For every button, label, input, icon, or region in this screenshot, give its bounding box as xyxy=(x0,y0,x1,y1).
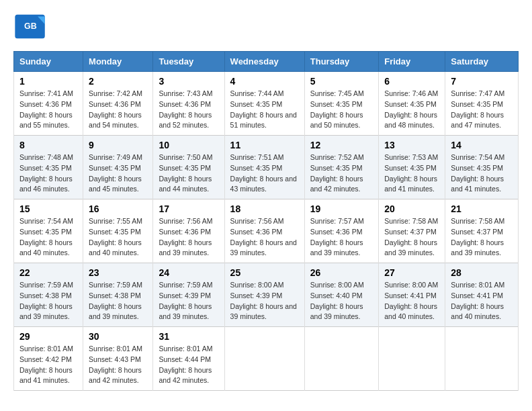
calendar-week-row: 29Sunrise: 8:01 AMSunset: 4:42 PMDayligh… xyxy=(14,327,519,391)
calendar-cell: 30Sunrise: 8:01 AMSunset: 4:43 PMDayligh… xyxy=(83,327,153,391)
calendar-cell: 10Sunrise: 7:50 AMSunset: 4:35 PMDayligh… xyxy=(153,136,224,199)
logo-icon: GB xyxy=(13,13,47,40)
logo: GB xyxy=(13,13,48,40)
calendar-week-row: 8Sunrise: 7:48 AMSunset: 4:35 PMDaylight… xyxy=(14,136,519,199)
calendar-week-row: 1Sunrise: 7:41 AMSunset: 4:36 PMDaylight… xyxy=(14,72,519,136)
day-info: Sunrise: 7:54 AMSunset: 4:35 PMDaylight:… xyxy=(451,153,504,193)
day-info: Sunrise: 7:57 AMSunset: 4:36 PMDaylight:… xyxy=(310,217,364,257)
day-info: Sunrise: 7:59 AMSunset: 4:39 PMDaylight:… xyxy=(159,281,212,320)
day-info: Sunrise: 7:58 AMSunset: 4:37 PMDaylight:… xyxy=(384,217,438,257)
calendar-cell: 28Sunrise: 8:01 AMSunset: 4:41 PMDayligh… xyxy=(445,263,519,327)
day-info: Sunrise: 7:56 AMSunset: 4:36 PMDaylight:… xyxy=(230,217,297,257)
header-saturday: Saturday xyxy=(445,52,519,72)
calendar-cell: 1Sunrise: 7:41 AMSunset: 4:36 PMDaylight… xyxy=(14,72,83,136)
day-info: Sunrise: 7:41 AMSunset: 4:36 PMDaylight:… xyxy=(19,89,73,129)
day-info: Sunrise: 7:55 AMSunset: 4:35 PMDaylight:… xyxy=(89,217,142,257)
day-number: 2 xyxy=(89,76,147,87)
day-info: Sunrise: 7:59 AMSunset: 4:38 PMDaylight:… xyxy=(19,281,73,320)
calendar-cell: 27Sunrise: 8:00 AMSunset: 4:41 PMDayligh… xyxy=(379,263,445,327)
day-number: 25 xyxy=(230,267,299,278)
calendar-cell: 11Sunrise: 7:51 AMSunset: 4:35 PMDayligh… xyxy=(224,136,304,199)
calendar-cell xyxy=(445,327,519,391)
calendar-cell: 3Sunrise: 7:43 AMSunset: 4:36 PMDaylight… xyxy=(153,72,224,136)
calendar-week-row: 15Sunrise: 7:54 AMSunset: 4:35 PMDayligh… xyxy=(14,199,519,263)
day-info: Sunrise: 7:52 AMSunset: 4:35 PMDaylight:… xyxy=(310,153,364,193)
calendar-cell: 12Sunrise: 7:52 AMSunset: 4:35 PMDayligh… xyxy=(304,136,378,199)
day-info: Sunrise: 7:50 AMSunset: 4:35 PMDaylight:… xyxy=(159,153,212,193)
day-number: 1 xyxy=(19,76,77,87)
calendar-cell: 9Sunrise: 7:49 AMSunset: 4:35 PMDaylight… xyxy=(83,136,153,199)
header-friday: Friday xyxy=(379,52,445,72)
calendar-cell: 18Sunrise: 7:56 AMSunset: 4:36 PMDayligh… xyxy=(224,199,304,263)
calendar-cell: 26Sunrise: 8:00 AMSunset: 4:40 PMDayligh… xyxy=(304,263,378,327)
calendar-cell: 20Sunrise: 7:58 AMSunset: 4:37 PMDayligh… xyxy=(379,199,445,263)
header-tuesday: Tuesday xyxy=(153,52,224,72)
calendar-cell: 16Sunrise: 7:55 AMSunset: 4:35 PMDayligh… xyxy=(83,199,153,263)
calendar-cell: 24Sunrise: 7:59 AMSunset: 4:39 PMDayligh… xyxy=(153,263,224,327)
day-number: 17 xyxy=(159,203,218,214)
day-info: Sunrise: 8:00 AMSunset: 4:39 PMDaylight:… xyxy=(230,281,297,320)
day-info: Sunrise: 7:49 AMSunset: 4:35 PMDaylight:… xyxy=(89,153,142,193)
calendar-cell: 5Sunrise: 7:45 AMSunset: 4:35 PMDaylight… xyxy=(304,72,378,136)
calendar-cell xyxy=(379,327,445,391)
day-number: 19 xyxy=(310,203,373,214)
day-number: 31 xyxy=(159,331,218,342)
calendar-cell: 7Sunrise: 7:47 AMSunset: 4:35 PMDaylight… xyxy=(445,72,519,136)
day-info: Sunrise: 7:59 AMSunset: 4:38 PMDaylight:… xyxy=(89,281,142,320)
calendar-cell: 6Sunrise: 7:46 AMSunset: 4:35 PMDaylight… xyxy=(379,72,445,136)
calendar-cell: 4Sunrise: 7:44 AMSunset: 4:35 PMDaylight… xyxy=(224,72,304,136)
day-number: 9 xyxy=(89,140,147,150)
day-number: 27 xyxy=(384,267,439,278)
calendar-header-row: SundayMondayTuesdayWednesdayThursdayFrid… xyxy=(14,52,519,72)
calendar-cell: 13Sunrise: 7:53 AMSunset: 4:35 PMDayligh… xyxy=(379,136,445,199)
day-info: Sunrise: 7:56 AMSunset: 4:36 PMDaylight:… xyxy=(159,217,212,257)
day-number: 20 xyxy=(384,203,439,214)
day-number: 26 xyxy=(310,267,373,278)
day-number: 18 xyxy=(230,203,299,214)
day-number: 21 xyxy=(451,203,513,214)
day-info: Sunrise: 7:58 AMSunset: 4:37 PMDaylight:… xyxy=(451,217,504,257)
day-info: Sunrise: 7:47 AMSunset: 4:35 PMDaylight:… xyxy=(451,89,504,129)
day-info: Sunrise: 7:53 AMSunset: 4:35 PMDaylight:… xyxy=(384,153,438,193)
day-number: 7 xyxy=(451,76,513,87)
calendar-table: SundayMondayTuesdayWednesdayThursdayFrid… xyxy=(13,51,519,391)
day-number: 8 xyxy=(19,140,77,150)
day-number: 4 xyxy=(230,76,299,87)
day-info: Sunrise: 8:01 AMSunset: 4:43 PMDaylight:… xyxy=(89,345,142,384)
svg-text:GB: GB xyxy=(24,21,37,31)
header-monday: Monday xyxy=(83,52,153,72)
calendar-cell: 25Sunrise: 8:00 AMSunset: 4:39 PMDayligh… xyxy=(224,263,304,327)
day-number: 12 xyxy=(310,140,373,150)
calendar-cell: 14Sunrise: 7:54 AMSunset: 4:35 PMDayligh… xyxy=(445,136,519,199)
day-number: 30 xyxy=(89,331,147,342)
header-thursday: Thursday xyxy=(304,52,378,72)
calendar-cell: 15Sunrise: 7:54 AMSunset: 4:35 PMDayligh… xyxy=(14,199,83,263)
day-info: Sunrise: 8:01 AMSunset: 4:42 PMDaylight:… xyxy=(19,345,73,384)
day-number: 6 xyxy=(384,76,439,87)
day-info: Sunrise: 7:44 AMSunset: 4:35 PMDaylight:… xyxy=(230,89,297,129)
header-sunday: Sunday xyxy=(14,52,83,72)
day-number: 14 xyxy=(451,140,513,150)
day-info: Sunrise: 8:00 AMSunset: 4:40 PMDaylight:… xyxy=(310,281,364,320)
day-info: Sunrise: 7:46 AMSunset: 4:35 PMDaylight:… xyxy=(384,89,438,129)
day-info: Sunrise: 7:42 AMSunset: 4:36 PMDaylight:… xyxy=(89,89,142,129)
day-info: Sunrise: 7:43 AMSunset: 4:36 PMDaylight:… xyxy=(159,89,212,129)
day-info: Sunrise: 7:45 AMSunset: 4:35 PMDaylight:… xyxy=(310,89,364,129)
day-info: Sunrise: 8:00 AMSunset: 4:41 PMDaylight:… xyxy=(384,281,438,320)
day-info: Sunrise: 7:51 AMSunset: 4:35 PMDaylight:… xyxy=(230,153,297,193)
calendar-cell: 21Sunrise: 7:58 AMSunset: 4:37 PMDayligh… xyxy=(445,199,519,263)
calendar-cell: 19Sunrise: 7:57 AMSunset: 4:36 PMDayligh… xyxy=(304,199,378,263)
calendar-cell xyxy=(224,327,304,391)
day-number: 16 xyxy=(89,203,147,214)
day-number: 13 xyxy=(384,140,439,150)
day-number: 3 xyxy=(159,76,218,87)
day-info: Sunrise: 8:01 AMSunset: 4:41 PMDaylight:… xyxy=(451,281,504,320)
day-number: 22 xyxy=(19,267,77,278)
calendar-cell: 22Sunrise: 7:59 AMSunset: 4:38 PMDayligh… xyxy=(14,263,83,327)
day-info: Sunrise: 7:54 AMSunset: 4:35 PMDaylight:… xyxy=(19,217,73,257)
day-info: Sunrise: 8:01 AMSunset: 4:44 PMDaylight:… xyxy=(159,345,212,384)
day-number: 24 xyxy=(159,267,218,278)
calendar-week-row: 22Sunrise: 7:59 AMSunset: 4:38 PMDayligh… xyxy=(14,263,519,327)
day-number: 23 xyxy=(89,267,147,278)
day-number: 15 xyxy=(19,203,77,214)
